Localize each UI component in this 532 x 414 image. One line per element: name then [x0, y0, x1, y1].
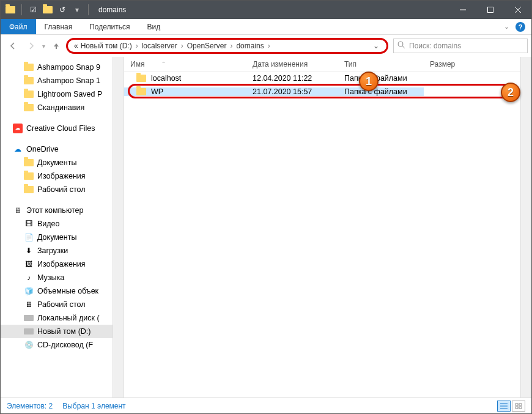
content-area: Ashampoo Snap 9Ashampoo Snap 1Lightroom … [1, 57, 531, 397]
minimize-button[interactable] [449, 1, 476, 19]
file-type: Папка с файлами [338, 87, 424, 96]
breadcrumb-part-0[interactable]: Новый том (D:) [79, 42, 133, 50]
chevron-right-icon[interactable]: › [179, 42, 186, 50]
annotation-badge-2: 2 [501, 83, 520, 102]
qat-dropdown-icon[interactable]: ▾ [71, 4, 83, 16]
status-selected: Выбран 1 элемент [62, 402, 125, 410]
chevron-right-icon[interactable]: › [133, 42, 141, 50]
svg-rect-12 [519, 407, 522, 408]
navigation-bar: ▾ « Новый том (D:) › localserver › OpenS… [1, 35, 531, 57]
tab-share[interactable]: Поделиться [81, 19, 138, 34]
tree-item[interactable]: Ashampoo Snap 9 [1, 61, 124, 74]
file-date: 12.04.2020 11:22 [246, 74, 338, 83]
tree-item[interactable]: Скандинавия [1, 101, 124, 114]
chevron-right-icon[interactable]: › [265, 42, 273, 50]
tree-item[interactable]: 📄Документы [1, 231, 124, 244]
tab-file[interactable]: Файл [1, 19, 36, 34]
ribbon-expand-icon[interactable]: ⌄ [504, 23, 509, 31]
status-count: Элементов: 2 [7, 402, 53, 410]
file-date: 21.07.2020 15:57 [246, 87, 338, 96]
address-bar[interactable]: « Новый том (D:) › localserver › OpenSer… [66, 38, 388, 54]
tree-item[interactable]: Ashampoo Snap 1 [1, 74, 124, 87]
tree-item[interactable]: 🎞Видео [1, 217, 124, 231]
navigation-pane[interactable]: Ashampoo Snap 9Ashampoo Snap 1Lightroom … [1, 57, 124, 397]
column-name[interactable]: Имя ⌃ [124, 60, 246, 68]
tree-item[interactable]: ☁Creative Cloud Files [1, 122, 124, 135]
file-name: WP [151, 87, 163, 96]
svg-point-4 [398, 42, 403, 46]
address-dropdown-icon[interactable]: ⌄ [373, 42, 382, 50]
tree-item[interactable]: Изображения [1, 169, 124, 183]
maximize-button[interactable] [476, 1, 504, 19]
folder-icon [136, 88, 146, 95]
breadcrumb-overflow[interactable]: « [73, 42, 79, 50]
tab-view[interactable]: Вид [138, 19, 169, 34]
titlebar: ☑ ↺ ▾ domains [1, 1, 531, 19]
svg-rect-10 [519, 404, 522, 405]
svg-rect-9 [515, 404, 518, 405]
tree-item[interactable]: Новый том (D:) [1, 325, 124, 338]
forward-button[interactable] [23, 37, 40, 54]
tree-item[interactable]: ♪Музыка [1, 271, 124, 284]
column-type[interactable]: Тип [338, 60, 424, 68]
search-input[interactable]: Поиск: domains [393, 39, 528, 53]
file-row[interactable]: WP 21.07.2020 15:57 Папка с файлами [124, 85, 531, 98]
tree-item[interactable]: 🖥Этот компьютер [1, 204, 124, 217]
breadcrumb-part-1[interactable]: localserver [141, 42, 179, 50]
undo-icon[interactable]: ↺ [56, 4, 68, 16]
up-button[interactable] [48, 37, 65, 54]
tree-item[interactable]: 💿CD-дисковод (F [1, 338, 124, 352]
tab-home[interactable]: Главная [36, 19, 81, 34]
chevron-right-icon[interactable]: › [227, 42, 235, 50]
file-list: Имя ⌃ Дата изменения Тип Размер localhos… [124, 57, 531, 397]
window-title: domains [95, 6, 126, 14]
breadcrumb-part-3[interactable]: domains [235, 42, 265, 50]
breadcrumb-part-2[interactable]: OpenServer [186, 42, 228, 50]
tree-item[interactable]: 🧊Объемные объек [1, 284, 124, 298]
new-folder-icon[interactable] [42, 4, 54, 16]
tree-item[interactable]: ⬇Загрузки [1, 244, 124, 257]
svg-rect-1 [487, 7, 493, 13]
help-icon[interactable]: ? [515, 22, 525, 32]
search-placeholder: Поиск: domains [409, 42, 461, 50]
explorer-window: ☑ ↺ ▾ domains Файл Главная Поделиться В [0, 0, 532, 414]
close-button[interactable] [504, 1, 531, 19]
status-bar: Элементов: 2 Выбран 1 элемент [1, 397, 531, 413]
column-size[interactable]: Размер [424, 60, 473, 68]
view-large-icons-icon[interactable] [512, 401, 525, 412]
sort-indicator-icon: ⌃ [161, 61, 166, 67]
column-headers: Имя ⌃ Дата изменения Тип Размер [124, 57, 531, 72]
tree-item[interactable]: Локальный диск ( [1, 311, 124, 325]
file-name: localhost [151, 74, 181, 83]
svg-line-5 [402, 46, 405, 48]
tree-item[interactable]: 🖥Рабочий стол [1, 298, 124, 311]
file-row[interactable]: localhost 12.04.2020 11:22 Папка с файла… [124, 72, 531, 85]
tree-item[interactable]: 🖼Изображения [1, 257, 124, 271]
ribbon: Файл Главная Поделиться Вид ⌄ ? [1, 19, 531, 35]
folder-icon [136, 75, 146, 82]
quick-access-toolbar: ☑ ↺ ▾ [1, 4, 95, 16]
search-icon [397, 41, 405, 51]
view-details-icon[interactable] [497, 401, 511, 412]
tree-item[interactable]: Документы [1, 156, 124, 169]
tree-item[interactable]: ☁OneDrive [1, 142, 124, 156]
file-type: Папка с файлами [338, 74, 424, 83]
annotation-badge-1: 1 [359, 72, 379, 91]
column-date[interactable]: Дата изменения [246, 60, 338, 68]
tree-item[interactable]: Lightroom Saved P [1, 87, 124, 101]
tree-item[interactable]: Рабочий стол [1, 183, 124, 196]
properties-icon[interactable]: ☑ [27, 4, 39, 16]
svg-rect-11 [515, 407, 518, 408]
back-button[interactable] [4, 37, 21, 54]
folder-icon [4, 4, 17, 16]
history-dropdown-icon[interactable]: ▾ [41, 43, 46, 50]
